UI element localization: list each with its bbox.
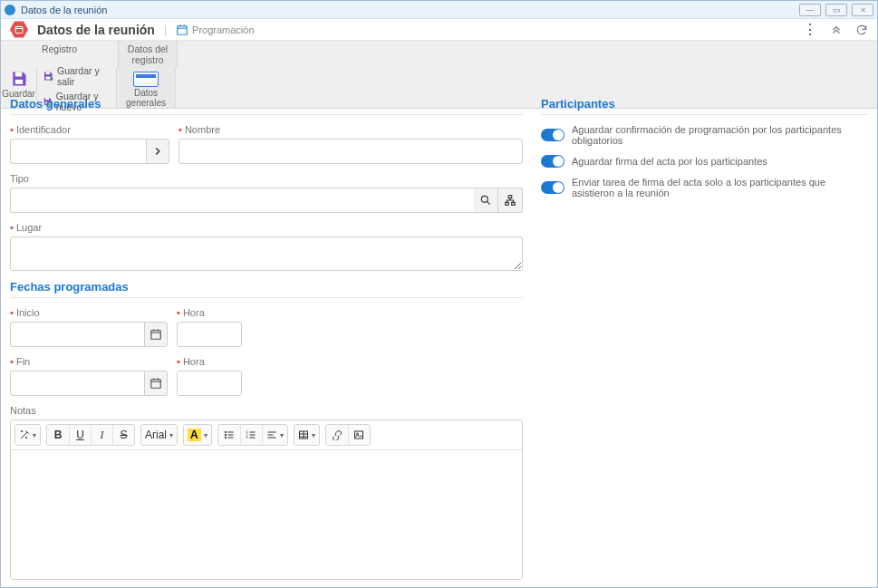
app-icon xyxy=(5,5,15,15)
hora-inicio-input[interactable] xyxy=(177,322,242,347)
notas-editor: B U I S Arial A 123 xyxy=(10,419,523,580)
page-header: Datos de la reunión | Programación ⋮ xyxy=(1,19,877,41)
svg-rect-14 xyxy=(151,380,161,388)
editor-bold-button[interactable]: B xyxy=(47,425,69,445)
svg-rect-5 xyxy=(46,77,51,80)
editor-ol-button[interactable]: 123 xyxy=(240,425,262,445)
label-identificador: Identificador xyxy=(10,124,169,135)
save-exit-icon xyxy=(43,70,53,82)
toggle-tarea-firma-label: Enviar tarea de firma del acta solo a lo… xyxy=(572,177,868,198)
section-fechas-programadas: Fechas programadas xyxy=(10,280,523,298)
separator: | xyxy=(164,24,167,36)
svg-rect-10 xyxy=(508,196,512,198)
identificador-expand-button[interactable] xyxy=(146,139,169,164)
svg-rect-11 xyxy=(506,202,509,205)
editor-align-button[interactable] xyxy=(262,425,287,445)
label-tipo: Tipo xyxy=(10,173,523,184)
notas-textarea[interactable] xyxy=(11,450,522,579)
editor-image-button[interactable] xyxy=(348,425,370,445)
svg-rect-1 xyxy=(178,25,188,34)
toggle-firma[interactable] xyxy=(541,155,564,168)
section-participantes: Participantes xyxy=(541,97,868,115)
link-icon xyxy=(331,429,343,440)
window-title-bar: Datos de la reunión — ▭ ⨉ xyxy=(1,1,877,19)
hierarchy-icon xyxy=(504,194,516,207)
tipo-tree-button[interactable] xyxy=(498,188,523,213)
label-hora-fin: Hora xyxy=(177,356,242,367)
ribbon-tab-registro[interactable]: Registro xyxy=(1,41,119,68)
refresh-icon[interactable] xyxy=(855,24,868,36)
nombre-input[interactable] xyxy=(178,139,523,164)
window-title: Datos de la reunión xyxy=(21,5,107,15)
svg-rect-4 xyxy=(46,72,51,75)
lugar-input[interactable] xyxy=(10,236,523,271)
window-close-button[interactable]: ⨉ xyxy=(852,4,873,16)
section-datos-generales: Datos generales xyxy=(10,97,523,115)
editor-italic-button[interactable]: I xyxy=(91,425,112,445)
image-icon xyxy=(352,429,365,440)
label-fin: Fin xyxy=(10,356,168,367)
inicio-input[interactable] xyxy=(10,322,144,347)
breadcrumb[interactable]: Programación xyxy=(176,24,254,36)
list-ul-icon xyxy=(223,429,236,440)
svg-rect-2 xyxy=(14,72,21,77)
label-notas: Notas xyxy=(10,405,523,416)
editor-ul-button[interactable] xyxy=(218,425,240,445)
tipo-search-button[interactable] xyxy=(474,188,498,213)
list-ol-icon: 123 xyxy=(245,429,257,440)
toggle-tarea-firma[interactable] xyxy=(541,181,564,194)
chevron-right-icon xyxy=(151,145,164,158)
hora-fin-input[interactable] xyxy=(177,371,242,396)
editor-highlight-button[interactable]: A xyxy=(184,425,211,445)
fin-datepicker-button[interactable] xyxy=(144,371,168,396)
svg-point-9 xyxy=(481,196,487,202)
window-minimize-button[interactable]: — xyxy=(799,4,821,16)
toggle-firma-label: Aguardar firma del acta por los particip… xyxy=(572,156,767,167)
editor-strike-button[interactable]: S xyxy=(112,425,134,445)
editor-font-button[interactable]: Arial xyxy=(141,425,177,445)
table-icon xyxy=(298,429,309,440)
label-hora-inicio: Hora xyxy=(177,307,242,318)
wand-icon xyxy=(19,429,30,440)
editor-toolbar: B U I S Arial A 123 xyxy=(11,420,522,450)
svg-rect-0 xyxy=(15,26,23,33)
editor-table-button[interactable] xyxy=(294,425,319,445)
fin-input[interactable] xyxy=(10,371,144,396)
label-lugar: Lugar xyxy=(10,222,523,233)
svg-rect-13 xyxy=(151,331,161,339)
highlight-icon: A xyxy=(188,429,201,441)
editor-magic-button[interactable] xyxy=(15,425,40,445)
window-maximize-button[interactable]: ▭ xyxy=(825,4,847,16)
svg-point-16 xyxy=(225,434,227,436)
svg-rect-22 xyxy=(355,431,363,439)
toggle-confirmacion-label: Aguardar confirmación de programación po… xyxy=(572,124,868,146)
page-title: Datos de la reunión xyxy=(37,23,155,37)
editor-link-button[interactable] xyxy=(326,425,348,445)
calendar-icon xyxy=(150,328,162,341)
calendar-icon xyxy=(150,377,162,390)
collapse-icon[interactable] xyxy=(830,24,843,36)
svg-rect-12 xyxy=(512,202,516,205)
tipo-input[interactable] xyxy=(10,188,474,213)
ribbon-tab-datos-registro[interactable]: Datos del registro xyxy=(119,41,178,68)
svg-text:3: 3 xyxy=(246,436,248,439)
editor-font-label: Arial xyxy=(145,429,167,441)
inicio-datepicker-button[interactable] xyxy=(144,322,168,347)
svg-point-15 xyxy=(225,431,227,433)
identificador-input[interactable] xyxy=(10,139,146,164)
module-icon xyxy=(10,21,28,39)
label-nombre: Nombre xyxy=(178,124,523,135)
align-icon xyxy=(266,429,277,440)
breadcrumb-label: Programación xyxy=(192,24,254,35)
calendar-icon xyxy=(176,24,188,36)
search-icon xyxy=(479,194,492,207)
toggle-confirmacion[interactable] xyxy=(541,129,564,141)
svg-point-17 xyxy=(225,437,227,439)
editor-underline-button[interactable]: U xyxy=(69,425,91,445)
label-inicio: Inicio xyxy=(10,307,168,318)
